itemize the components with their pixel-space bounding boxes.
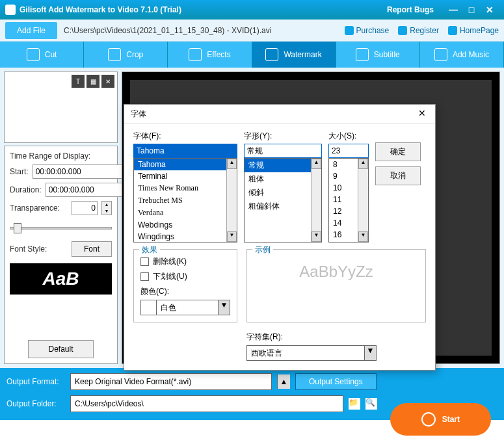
refresh-icon	[421, 412, 436, 426]
font-size-input[interactable]	[328, 144, 369, 158]
scroll-up-button[interactable]: ▲	[312, 159, 321, 169]
font-style-label: Font Style:	[10, 244, 47, 254]
font-list[interactable]: Tahoma Terminal Times New Roman Trebuche…	[133, 158, 237, 243]
chevron-down-icon[interactable]: ▼	[364, 346, 376, 360]
format-dropdown-arrow[interactable]: ▲	[277, 374, 290, 389]
font-option[interactable]: Trebuchet MS	[134, 194, 237, 207]
strikethrough-checkbox[interactable]	[140, 257, 149, 266]
sample-legend: 示例	[252, 244, 273, 256]
scroll-up-button[interactable]: ▲	[227, 159, 237, 169]
output-settings-button[interactable]: Output Settings	[295, 373, 377, 390]
app-icon	[5, 5, 16, 15]
effects-icon	[189, 48, 202, 61]
font-option[interactable]: Tahoma	[134, 159, 237, 170]
sample-text: AaBbYyZz	[254, 256, 419, 287]
music-icon	[434, 48, 447, 61]
font-option[interactable]: Wingdings	[134, 231, 237, 243]
file-path: C:\Users\pc\Videos\1(2021_01_11_15_30_48…	[64, 26, 336, 35]
font-name-input[interactable]	[133, 144, 237, 158]
underline-checkbox[interactable]	[140, 272, 149, 281]
open-folder-icon[interactable]: 🔍	[365, 398, 377, 410]
register-link[interactable]: Register	[398, 26, 439, 35]
color-label: 颜色(C):	[140, 286, 230, 297]
strikethrough-label: 删除线(K)	[153, 256, 187, 267]
font-button[interactable]: Font	[72, 241, 112, 257]
font-style-input[interactable]	[244, 144, 322, 158]
effects-legend: 效果	[139, 244, 160, 256]
dialog-title: 字体	[131, 109, 416, 120]
scroll-down-button[interactable]: ▼	[312, 231, 321, 242]
start-time-input[interactable]	[33, 164, 137, 179]
chevron-down-icon[interactable]: ▼	[218, 300, 230, 315]
add-file-button[interactable]: Add File	[5, 22, 57, 39]
style-option[interactable]: 粗体	[245, 172, 321, 186]
font-label: 字体(F):	[133, 131, 237, 142]
font-sample: AaB	[10, 263, 112, 295]
charset-label: 字符集(R):	[246, 332, 426, 343]
output-folder-input[interactable]	[70, 395, 343, 412]
tab-subtitle[interactable]: Subtitle	[336, 42, 420, 68]
minimize-button[interactable]: —	[444, 3, 462, 16]
image-tool-button[interactable]: ▦	[86, 75, 99, 88]
cancel-button[interactable]: 取消	[375, 166, 421, 185]
transparence-spinner[interactable]: ▲▼	[101, 201, 112, 215]
font-option[interactable]: Verdana	[134, 207, 237, 219]
home-icon	[448, 26, 457, 35]
color-swatch	[141, 300, 157, 315]
style-list[interactable]: 常规 粗体 倾斜 粗偏斜体 ▲▼	[244, 158, 322, 243]
maximize-button[interactable]: □	[462, 3, 481, 16]
browse-folder-icon[interactable]: 📁	[349, 398, 360, 410]
output-folder-label: Output Folder:	[7, 399, 65, 408]
style-option[interactable]: 粗偏斜体	[245, 200, 321, 213]
scroll-up-button[interactable]: ▲	[358, 159, 368, 169]
size-list[interactable]: 8 9 10 11 12 14 16 ▲▼	[328, 158, 369, 243]
delete-tool-button[interactable]: ✕	[101, 75, 114, 88]
font-option[interactable]: Terminal	[134, 170, 237, 182]
output-format-label: Output Format:	[7, 377, 65, 386]
font-dialog: 字体 ✕ 字体(F): Tahoma Terminal Times New Ro…	[124, 104, 436, 371]
default-button[interactable]: Default	[28, 340, 93, 358]
font-option[interactable]: Times New Roman	[134, 182, 237, 194]
scissors-icon	[27, 48, 40, 61]
effects-fieldset: 效果 删除线(K) 下划线(U) 颜色(C): 白色 ▼	[133, 249, 237, 322]
dialog-close-button[interactable]: ✕	[416, 108, 429, 121]
ok-button[interactable]: 确定	[375, 142, 421, 161]
subtitle-icon	[356, 48, 369, 61]
scroll-down-button[interactable]: ▼	[227, 231, 237, 242]
watermark-preview: T ▦ ✕	[4, 72, 118, 143]
color-select[interactable]: 白色 ▼	[140, 300, 230, 315]
scroll-down-button[interactable]: ▼	[358, 231, 368, 242]
watermark-icon	[265, 48, 278, 61]
cart-icon	[345, 26, 354, 35]
time-range-label: Time Range of Display:	[10, 151, 112, 161]
style-option[interactable]: 常规	[245, 159, 321, 172]
homepage-link[interactable]: HomePage	[448, 26, 499, 35]
tab-crop[interactable]: Crop	[84, 42, 168, 68]
purchase-link[interactable]: Purchase	[345, 26, 390, 35]
text-tool-button[interactable]: T	[72, 75, 85, 88]
tab-effects[interactable]: Effects	[168, 42, 252, 68]
underline-label: 下划线(U)	[153, 271, 187, 282]
start-button[interactable]: Start	[390, 403, 491, 436]
transparence-input[interactable]	[72, 201, 98, 215]
tab-cut[interactable]: Cut	[0, 42, 84, 68]
close-button[interactable]: ✕	[481, 3, 499, 16]
size-label: 大小(S):	[328, 131, 369, 142]
tab-watermark[interactable]: Watermark	[252, 42, 336, 68]
style-label: 字形(Y):	[244, 131, 322, 142]
style-option[interactable]: 倾斜	[245, 186, 321, 200]
report-bugs-link[interactable]: Report Bugs	[387, 5, 434, 14]
charset-select[interactable]: 西欧语言 ▼	[246, 345, 377, 361]
key-icon	[398, 26, 407, 35]
output-format-select[interactable]: Keep Original Video Format(*.avi)	[70, 373, 272, 390]
transparence-label: Transparence:	[10, 203, 60, 213]
transparence-slider[interactable]	[10, 222, 112, 235]
font-option[interactable]: Webdings	[134, 219, 237, 231]
sample-fieldset: 示例 AaBbYyZz	[246, 249, 426, 322]
tab-add-music[interactable]: Add Music	[420, 42, 504, 68]
app-title: Gilisoft Add Watermark to Video 7.1.0 (T…	[20, 5, 181, 14]
crop-icon	[108, 48, 121, 61]
start-label: Start:	[10, 167, 29, 176]
duration-label: Duration:	[10, 185, 42, 194]
